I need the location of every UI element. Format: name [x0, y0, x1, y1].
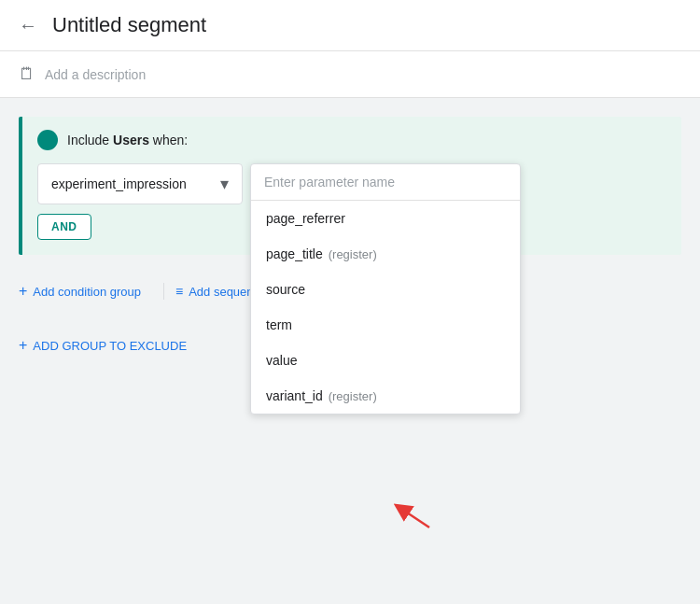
chevron-down-icon: ▾ [220, 174, 229, 194]
dropdown-item[interactable]: page_referrer [251, 201, 520, 236]
dropdown-item-name: value [266, 353, 297, 368]
list-icon: ≡ [175, 284, 183, 299]
dropdown-item[interactable]: term [251, 307, 520, 343]
include-suffix: when: [149, 133, 188, 147]
exclude-label: ADD GROUP TO EXCLUDE [33, 339, 187, 353]
dropdown-item-name: page_title [266, 246, 323, 261]
include-prefix: Include [67, 133, 113, 147]
dropdown-panel: page_referrerpage_title (register)source… [250, 163, 521, 414]
param-value: experiment_impression [51, 176, 187, 191]
cursor-arrow [392, 499, 439, 537]
dropdown-items-list: page_referrerpage_title (register)source… [251, 201, 520, 414]
dropdown-item-name: page_referrer [266, 211, 345, 226]
dropdown-search-row [251, 164, 520, 201]
and-button[interactable]: AND [37, 214, 91, 240]
dropdown-item-name: term [266, 317, 292, 332]
dropdown-item-name: variant_id [266, 388, 323, 403]
add-condition-group-label: Add condition group [33, 285, 141, 299]
include-block: Include Users when: experiment_impressio… [19, 117, 681, 255]
dropdown-item-tag: (register) [329, 389, 377, 403]
dropdown-item-tag: (register) [329, 247, 377, 261]
param-dropdown[interactable]: experiment_impression ▾ [37, 163, 243, 204]
header: ← Untitled segment [0, 0, 700, 51]
plus-icon: + [19, 283, 27, 300]
include-dot [37, 130, 58, 150]
include-entity: Users [113, 133, 149, 147]
plus-icon-exclude: + [19, 337, 27, 354]
vertical-divider [163, 283, 164, 300]
back-button[interactable]: ← [19, 15, 37, 36]
description-row[interactable]: 🗒 Add a description [0, 51, 700, 98]
main-content: Include Users when: experiment_impressio… [0, 98, 700, 378]
dropdown-item-name: source [266, 282, 305, 297]
description-icon: 🗒 [19, 64, 35, 84]
dropdown-item[interactable]: page_title (register) [251, 236, 520, 272]
svg-line-0 [401, 509, 429, 527]
page-title: Untitled segment [52, 13, 206, 37]
search-input[interactable] [264, 175, 507, 190]
dropdown-item[interactable]: variant_id (register) [251, 378, 520, 414]
add-condition-group-link[interactable]: + Add condition group [19, 277, 152, 305]
condition-row: experiment_impression ▾ page_referrerpag… [37, 163, 666, 204]
dropdown-item[interactable]: value [251, 343, 520, 378]
include-header: Include Users when: [37, 130, 666, 150]
description-placeholder[interactable]: Add a description [45, 67, 146, 82]
dropdown-item[interactable]: source [251, 272, 520, 307]
include-text: Include Users when: [67, 133, 188, 147]
